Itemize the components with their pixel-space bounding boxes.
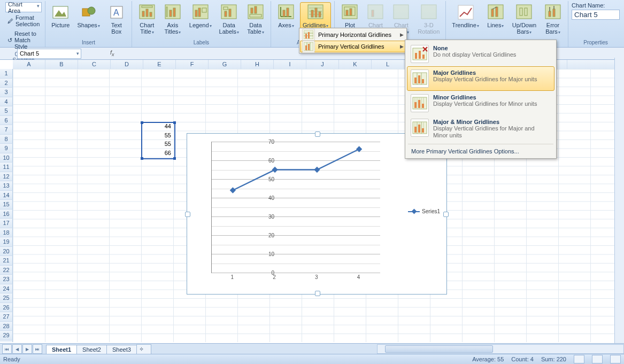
chart-element-selector[interactable]: Chart Area <box>5 2 42 12</box>
column-header[interactable]: F <box>176 60 209 69</box>
row-header[interactable]: 6 <box>0 116 13 126</box>
row-header[interactable]: 29 <box>0 331 13 340</box>
option-minor[interactable]: Minor GridlinesDisplay Vertical Gridline… <box>407 91 554 115</box>
row-header[interactable]: 23 <box>0 275 13 284</box>
view-normal-button[interactable] <box>574 355 584 363</box>
svg-rect-102 <box>314 167 320 173</box>
row-header[interactable]: 9 <box>0 144 13 153</box>
chart-legend[interactable]: Series1 <box>408 208 440 214</box>
row-header[interactable]: 21 <box>0 256 13 266</box>
fx-icon[interactable]: fx <box>110 49 114 57</box>
svg-rect-42 <box>350 9 352 16</box>
x-tick-label: 1 <box>231 274 234 280</box>
tab-nav-next[interactable]: ▶ <box>22 344 32 354</box>
column-header[interactable]: L <box>372 60 404 69</box>
primary-horizontal-gridlines-item[interactable]: Primary Horizontal Gridlines ▶ <box>300 29 406 41</box>
svg-rect-7 <box>142 6 152 7</box>
resize-handle[interactable] <box>315 291 320 296</box>
row-header[interactable]: 22 <box>0 266 13 275</box>
row-header[interactable]: 13 <box>0 181 13 191</box>
chart-name-input[interactable] <box>572 10 620 20</box>
row-header[interactable]: 25 <box>0 293 13 303</box>
row-header[interactable]: 20 <box>0 247 13 257</box>
tab-nav-first[interactable]: ⏮ <box>2 344 12 354</box>
row-header[interactable]: 10 <box>0 153 13 163</box>
column-header[interactable]: B <box>45 60 78 69</box>
row-header[interactable]: 18 <box>0 228 13 238</box>
column-header[interactable]: H <box>241 60 274 69</box>
vertical-scrollbar[interactable] <box>614 58 624 344</box>
column-header[interactable]: K <box>339 60 372 69</box>
shapes-button[interactable]: Shapes <box>75 2 103 30</box>
row-header[interactable]: 11 <box>0 162 13 172</box>
column-header[interactable]: G <box>209 60 241 69</box>
row-header[interactable]: 16 <box>0 210 13 219</box>
row-header[interactable]: 7 <box>0 125 13 135</box>
sheet-tab[interactable]: Sheet3 <box>106 345 137 354</box>
plot-area[interactable] <box>211 142 380 273</box>
picture-button[interactable]: Picture <box>49 2 72 30</box>
row-header[interactable]: 12 <box>0 172 13 182</box>
column-header[interactable]: I <box>274 60 306 69</box>
column-header[interactable]: C <box>78 60 111 69</box>
new-sheet-button[interactable]: ✧ <box>136 344 151 354</box>
horizontal-scrollbar[interactable] <box>377 344 624 354</box>
tab-nav-prev[interactable]: ◀ <box>12 344 22 354</box>
format-selection-label: Format Selection <box>16 14 40 27</box>
row-header[interactable]: 3 <box>0 88 13 97</box>
option-major[interactable]: Major GridlinesDisplay Vertical Gridline… <box>407 66 554 91</box>
view-pagebreak-button[interactable] <box>610 355 621 363</box>
tab-nav-last[interactable]: ⏭ <box>33 344 42 354</box>
row-header[interactable]: 28 <box>0 322 13 331</box>
row-header[interactable]: 26 <box>0 303 13 313</box>
column-header[interactable]: A <box>13 60 45 69</box>
format-selection-button[interactable]: 🖉 Format Selection <box>5 13 42 28</box>
resize-handle[interactable] <box>315 131 320 137</box>
name-box[interactable]: Chart 5 <box>17 49 81 59</box>
option-both[interactable]: Major & Minor GridlinesDisplay Vertical … <box>407 115 554 142</box>
row-header[interactable]: 15 <box>0 200 13 210</box>
sheet-tab[interactable]: Sheet2 <box>76 345 107 354</box>
primary-vertical-gridlines-item[interactable]: Primary Vertical Gridlines ▶ <box>300 41 406 52</box>
axes-button[interactable]: Axes <box>274 2 298 30</box>
lines-button[interactable]: Lines <box>484 2 507 30</box>
svg-point-3 <box>88 7 95 14</box>
row-header[interactable]: 19 <box>0 237 13 247</box>
column-header[interactable]: J <box>306 60 339 69</box>
legend-button[interactable]: Legend <box>187 2 214 30</box>
submenu-arrow-icon: ▶ <box>400 32 404 37</box>
resize-handle[interactable] <box>443 212 449 217</box>
data-labels-button[interactable]: Data Labels <box>217 2 242 37</box>
view-layout-button[interactable] <box>592 355 603 363</box>
row-header[interactable]: 4 <box>0 97 13 107</box>
svg-rect-14 <box>166 7 167 17</box>
row-header[interactable]: 1 <box>0 69 13 79</box>
sheet-tab[interactable]: Sheet1 <box>46 345 77 354</box>
row-header[interactable]: 24 <box>0 284 13 294</box>
column-header[interactable]: D <box>111 60 143 69</box>
row-header[interactable]: 14 <box>0 191 13 200</box>
scroll-thumb[interactable] <box>385 345 493 353</box>
axis-titles-button[interactable]: Axis Titles <box>161 2 184 37</box>
svg-rect-68 <box>305 45 307 50</box>
row-header[interactable]: 27 <box>0 312 13 322</box>
reset-match-style-button[interactable]: ↺ Reset to Match Style <box>5 29 42 51</box>
gridlines-button[interactable]: Gridlines <box>300 2 331 30</box>
row-headers[interactable]: 1234567891011121314151617181920212223242… <box>0 69 13 342</box>
more-options-item[interactable]: More Primary Vertical Gridlines Options.… <box>407 146 554 157</box>
data-table-button[interactable]: Data Table <box>244 2 267 37</box>
row-header[interactable]: 30 <box>0 340 13 343</box>
text-box-button[interactable]: AText Box <box>105 2 128 36</box>
row-header[interactable]: 2 <box>0 79 13 88</box>
resize-handle[interactable] <box>185 212 190 217</box>
row-header[interactable]: 5 <box>0 106 13 116</box>
column-header[interactable]: E <box>143 60 176 69</box>
option-none[interactable]: NoneDo not display Vertical Gridlines <box>407 42 554 66</box>
row-header[interactable]: 17 <box>0 219 13 228</box>
data-table-icon <box>247 4 264 21</box>
row-header[interactable]: 8 <box>0 135 13 144</box>
error-bars-button[interactable]: Error Bars <box>541 2 565 37</box>
chart-title-button[interactable]: Chart Title <box>135 2 159 37</box>
trendline-button[interactable]: Trendline <box>449 2 481 30</box>
updown-bars-button[interactable]: Up/Down Bars <box>510 2 539 37</box>
